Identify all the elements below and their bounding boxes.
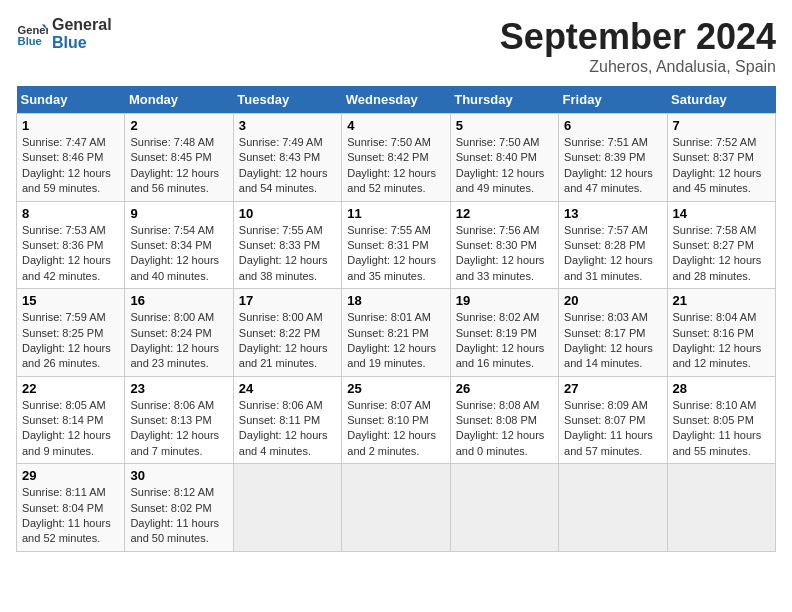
day-number: 6 — [564, 118, 661, 133]
day-number: 27 — [564, 381, 661, 396]
calendar-cell: 27Sunrise: 8:09 AMSunset: 8:07 PMDayligh… — [559, 376, 667, 464]
calendar-table: SundayMondayTuesdayWednesdayThursdayFrid… — [16, 86, 776, 552]
calendar-cell: 4Sunrise: 7:50 AMSunset: 8:42 PMDaylight… — [342, 114, 450, 202]
calendar-cell: 3Sunrise: 7:49 AMSunset: 8:43 PMDaylight… — [233, 114, 341, 202]
day-number: 7 — [673, 118, 770, 133]
day-number: 19 — [456, 293, 553, 308]
day-info: Sunrise: 8:11 AMSunset: 8:04 PMDaylight:… — [22, 485, 119, 547]
calendar-week-1: 1Sunrise: 7:47 AMSunset: 8:46 PMDaylight… — [17, 114, 776, 202]
calendar-cell: 16Sunrise: 8:00 AMSunset: 8:24 PMDayligh… — [125, 289, 233, 377]
day-number: 5 — [456, 118, 553, 133]
svg-text:Blue: Blue — [18, 35, 42, 47]
day-number: 12 — [456, 206, 553, 221]
day-number: 23 — [130, 381, 227, 396]
calendar-cell: 26Sunrise: 8:08 AMSunset: 8:08 PMDayligh… — [450, 376, 558, 464]
day-number: 25 — [347, 381, 444, 396]
day-header-thursday: Thursday — [450, 86, 558, 114]
day-info: Sunrise: 8:03 AMSunset: 8:17 PMDaylight:… — [564, 310, 661, 372]
day-info: Sunrise: 7:50 AMSunset: 8:42 PMDaylight:… — [347, 135, 444, 197]
day-number: 4 — [347, 118, 444, 133]
page-subtitle: Zuheros, Andalusia, Spain — [500, 58, 776, 76]
page-title: September 2024 — [500, 16, 776, 58]
day-number: 2 — [130, 118, 227, 133]
day-info: Sunrise: 8:00 AMSunset: 8:22 PMDaylight:… — [239, 310, 336, 372]
day-header-saturday: Saturday — [667, 86, 775, 114]
logo: General Blue General Blue — [16, 16, 112, 52]
calendar-header-row: SundayMondayTuesdayWednesdayThursdayFrid… — [17, 86, 776, 114]
day-number: 10 — [239, 206, 336, 221]
day-number: 24 — [239, 381, 336, 396]
day-info: Sunrise: 8:00 AMSunset: 8:24 PMDaylight:… — [130, 310, 227, 372]
day-info: Sunrise: 7:55 AMSunset: 8:31 PMDaylight:… — [347, 223, 444, 285]
calendar-cell: 5Sunrise: 7:50 AMSunset: 8:40 PMDaylight… — [450, 114, 558, 202]
calendar-cell: 24Sunrise: 8:06 AMSunset: 8:11 PMDayligh… — [233, 376, 341, 464]
calendar-week-4: 22Sunrise: 8:05 AMSunset: 8:14 PMDayligh… — [17, 376, 776, 464]
logo-icon: General Blue — [16, 18, 48, 50]
calendar-cell: 18Sunrise: 8:01 AMSunset: 8:21 PMDayligh… — [342, 289, 450, 377]
calendar-week-2: 8Sunrise: 7:53 AMSunset: 8:36 PMDaylight… — [17, 201, 776, 289]
day-info: Sunrise: 7:54 AMSunset: 8:34 PMDaylight:… — [130, 223, 227, 285]
day-info: Sunrise: 8:04 AMSunset: 8:16 PMDaylight:… — [673, 310, 770, 372]
day-header-wednesday: Wednesday — [342, 86, 450, 114]
day-info: Sunrise: 7:56 AMSunset: 8:30 PMDaylight:… — [456, 223, 553, 285]
day-info: Sunrise: 7:47 AMSunset: 8:46 PMDaylight:… — [22, 135, 119, 197]
day-number: 3 — [239, 118, 336, 133]
day-number: 18 — [347, 293, 444, 308]
day-number: 13 — [564, 206, 661, 221]
day-info: Sunrise: 8:06 AMSunset: 8:11 PMDaylight:… — [239, 398, 336, 460]
day-number: 22 — [22, 381, 119, 396]
day-number: 9 — [130, 206, 227, 221]
day-number: 8 — [22, 206, 119, 221]
day-info: Sunrise: 7:53 AMSunset: 8:36 PMDaylight:… — [22, 223, 119, 285]
calendar-cell — [342, 464, 450, 552]
day-info: Sunrise: 8:12 AMSunset: 8:02 PMDaylight:… — [130, 485, 227, 547]
day-info: Sunrise: 8:02 AMSunset: 8:19 PMDaylight:… — [456, 310, 553, 372]
calendar-cell — [667, 464, 775, 552]
calendar-cell: 7Sunrise: 7:52 AMSunset: 8:37 PMDaylight… — [667, 114, 775, 202]
day-number: 15 — [22, 293, 119, 308]
calendar-cell: 29Sunrise: 8:11 AMSunset: 8:04 PMDayligh… — [17, 464, 125, 552]
calendar-cell: 14Sunrise: 7:58 AMSunset: 8:27 PMDayligh… — [667, 201, 775, 289]
calendar-cell: 20Sunrise: 8:03 AMSunset: 8:17 PMDayligh… — [559, 289, 667, 377]
day-info: Sunrise: 7:48 AMSunset: 8:45 PMDaylight:… — [130, 135, 227, 197]
calendar-week-3: 15Sunrise: 7:59 AMSunset: 8:25 PMDayligh… — [17, 289, 776, 377]
day-number: 11 — [347, 206, 444, 221]
calendar-cell: 6Sunrise: 7:51 AMSunset: 8:39 PMDaylight… — [559, 114, 667, 202]
calendar-cell: 22Sunrise: 8:05 AMSunset: 8:14 PMDayligh… — [17, 376, 125, 464]
page-header: General Blue General Blue September 2024… — [16, 16, 776, 76]
calendar-cell — [559, 464, 667, 552]
calendar-cell: 11Sunrise: 7:55 AMSunset: 8:31 PMDayligh… — [342, 201, 450, 289]
day-info: Sunrise: 7:52 AMSunset: 8:37 PMDaylight:… — [673, 135, 770, 197]
day-info: Sunrise: 8:09 AMSunset: 8:07 PMDaylight:… — [564, 398, 661, 460]
calendar-cell: 13Sunrise: 7:57 AMSunset: 8:28 PMDayligh… — [559, 201, 667, 289]
calendar-cell: 30Sunrise: 8:12 AMSunset: 8:02 PMDayligh… — [125, 464, 233, 552]
calendar-cell: 8Sunrise: 7:53 AMSunset: 8:36 PMDaylight… — [17, 201, 125, 289]
day-info: Sunrise: 8:10 AMSunset: 8:05 PMDaylight:… — [673, 398, 770, 460]
day-header-monday: Monday — [125, 86, 233, 114]
day-info: Sunrise: 7:59 AMSunset: 8:25 PMDaylight:… — [22, 310, 119, 372]
calendar-cell: 2Sunrise: 7:48 AMSunset: 8:45 PMDaylight… — [125, 114, 233, 202]
logo-blue: Blue — [52, 34, 112, 52]
calendar-cell: 1Sunrise: 7:47 AMSunset: 8:46 PMDaylight… — [17, 114, 125, 202]
calendar-cell: 15Sunrise: 7:59 AMSunset: 8:25 PMDayligh… — [17, 289, 125, 377]
day-number: 21 — [673, 293, 770, 308]
day-number: 1 — [22, 118, 119, 133]
calendar-cell: 17Sunrise: 8:00 AMSunset: 8:22 PMDayligh… — [233, 289, 341, 377]
day-info: Sunrise: 8:07 AMSunset: 8:10 PMDaylight:… — [347, 398, 444, 460]
calendar-cell: 21Sunrise: 8:04 AMSunset: 8:16 PMDayligh… — [667, 289, 775, 377]
day-header-friday: Friday — [559, 86, 667, 114]
day-info: Sunrise: 7:51 AMSunset: 8:39 PMDaylight:… — [564, 135, 661, 197]
day-number: 14 — [673, 206, 770, 221]
logo-general: General — [52, 16, 112, 34]
day-info: Sunrise: 7:58 AMSunset: 8:27 PMDaylight:… — [673, 223, 770, 285]
calendar-cell: 23Sunrise: 8:06 AMSunset: 8:13 PMDayligh… — [125, 376, 233, 464]
day-number: 29 — [22, 468, 119, 483]
day-info: Sunrise: 7:57 AMSunset: 8:28 PMDaylight:… — [564, 223, 661, 285]
day-info: Sunrise: 8:06 AMSunset: 8:13 PMDaylight:… — [130, 398, 227, 460]
day-info: Sunrise: 7:55 AMSunset: 8:33 PMDaylight:… — [239, 223, 336, 285]
calendar-cell: 10Sunrise: 7:55 AMSunset: 8:33 PMDayligh… — [233, 201, 341, 289]
day-info: Sunrise: 8:05 AMSunset: 8:14 PMDaylight:… — [22, 398, 119, 460]
day-info: Sunrise: 7:50 AMSunset: 8:40 PMDaylight:… — [456, 135, 553, 197]
day-header-tuesday: Tuesday — [233, 86, 341, 114]
calendar-cell: 12Sunrise: 7:56 AMSunset: 8:30 PMDayligh… — [450, 201, 558, 289]
